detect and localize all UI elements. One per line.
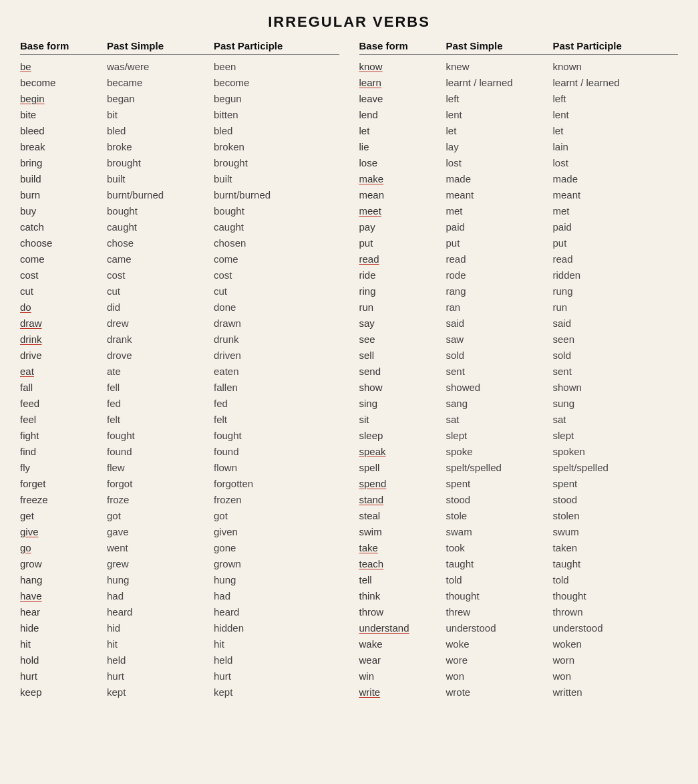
- past-participle: found: [214, 444, 339, 460]
- past-participle: drunk: [214, 332, 339, 348]
- base-form: win: [359, 668, 446, 684]
- past-simple: had: [107, 588, 214, 604]
- past-simple: paid: [446, 219, 553, 235]
- table-row: holdheldheld: [20, 652, 339, 668]
- base-form: think: [359, 588, 446, 604]
- base-form: lie: [359, 139, 446, 155]
- base-form: hold: [20, 652, 107, 668]
- base-form: pay: [359, 219, 446, 235]
- past-participle: come: [214, 251, 339, 267]
- past-simple: rang: [446, 283, 553, 299]
- past-participle: rung: [553, 283, 679, 299]
- past-participle: said: [553, 315, 679, 332]
- base-form: feed: [20, 396, 107, 412]
- table-row: stealstolestolen: [359, 508, 679, 524]
- base-form: ring: [359, 283, 446, 299]
- page-title: IRREGULAR VERBS: [20, 13, 678, 31]
- base-form: bite: [20, 107, 107, 123]
- past-participle: hurt: [214, 668, 339, 684]
- past-participle: been: [214, 59, 339, 75]
- past-participle: swum: [553, 524, 679, 540]
- base-form: ride: [359, 267, 446, 283]
- past-participle: left: [553, 91, 679, 107]
- base-form: run: [359, 299, 446, 315]
- past-participle: learnt / learned: [553, 75, 679, 91]
- past-simple: showed: [446, 380, 553, 396]
- table-row: givegavegiven: [20, 524, 339, 540]
- past-participle: fed: [214, 396, 339, 412]
- table-row: hearheardheard: [20, 604, 339, 620]
- past-simple: got: [107, 508, 214, 524]
- past-simple: came: [107, 251, 214, 267]
- base-form: teach: [359, 556, 446, 572]
- table-row: dodiddone: [20, 299, 339, 315]
- base-form: be: [20, 59, 107, 75]
- past-participle: got: [214, 508, 339, 524]
- past-simple: froze: [107, 492, 214, 508]
- table-row: telltoldtold: [359, 572, 679, 588]
- past-simple: chose: [107, 235, 214, 251]
- table-row: seesawseen: [359, 332, 679, 348]
- table-row: bleedbledbled: [20, 123, 339, 139]
- past-simple: bit: [107, 107, 214, 123]
- base-form: hang: [20, 572, 107, 588]
- base-form: lose: [359, 155, 446, 171]
- base-form: let: [359, 123, 446, 139]
- base-form: read: [359, 251, 446, 267]
- table-row: wearworeworn: [359, 652, 679, 668]
- left-header-participle: Past Participle: [214, 40, 339, 51]
- past-simple: took: [446, 540, 553, 556]
- table-row: bringbroughtbrought: [20, 155, 339, 171]
- table-row: drivedrovedriven: [20, 348, 339, 364]
- table-row: hithithit: [20, 636, 339, 652]
- table-row: understandunderstoodunderstood: [359, 620, 679, 636]
- table-row: learnlearnt / learnedlearnt / learned: [359, 75, 679, 91]
- past-simple: let: [446, 123, 553, 139]
- past-participle: fought: [214, 428, 339, 444]
- past-simple: grew: [107, 556, 214, 572]
- table-row: freezefrozefrozen: [20, 492, 339, 508]
- base-form: begin: [20, 91, 107, 107]
- past-participle: hidden: [214, 620, 339, 636]
- base-form: steal: [359, 508, 446, 524]
- base-form: spell: [359, 460, 446, 476]
- past-simple: heard: [107, 604, 214, 620]
- base-form: cut: [20, 283, 107, 299]
- base-form: show: [359, 380, 446, 396]
- table-row: standstoodstood: [359, 492, 679, 508]
- past-participle: bought: [214, 203, 339, 219]
- table-row: drawdrewdrawn: [20, 315, 339, 332]
- base-form: lend: [359, 107, 446, 123]
- past-simple: built: [107, 171, 214, 187]
- past-simple: left: [446, 91, 553, 107]
- past-participle: chosen: [214, 235, 339, 251]
- table-row: hanghunghung: [20, 572, 339, 588]
- table-row: spellspelt/spelledspelt/spelled: [359, 460, 679, 476]
- table-row: paypaidpaid: [359, 219, 679, 235]
- past-simple: bought: [107, 203, 214, 219]
- table-row: hidehidhidden: [20, 620, 339, 636]
- table-row: sendsentsent: [359, 364, 679, 380]
- table-row: teachtaughttaught: [359, 556, 679, 572]
- right-header-participle: Past Participle: [553, 40, 679, 51]
- base-form: tell: [359, 572, 446, 588]
- base-form: mean: [359, 187, 446, 203]
- past-participle: kept: [214, 684, 339, 700]
- base-form: buy: [20, 203, 107, 219]
- base-form: learn: [359, 75, 446, 91]
- base-form: say: [359, 315, 446, 332]
- past-simple: read: [446, 251, 553, 267]
- table-row: speakspokespoken: [359, 444, 679, 460]
- past-simple: ran: [446, 299, 553, 315]
- past-participle: taken: [553, 540, 679, 556]
- base-form: fall: [20, 380, 107, 396]
- base-form: make: [359, 171, 446, 187]
- past-simple: sold: [446, 348, 553, 364]
- past-participle: seen: [553, 332, 679, 348]
- past-participle: worn: [553, 652, 679, 668]
- base-form: grow: [20, 556, 107, 572]
- table-row: buyboughtbought: [20, 203, 339, 219]
- past-participle: broken: [214, 139, 339, 155]
- past-participle: eaten: [214, 364, 339, 380]
- past-simple: hit: [107, 636, 214, 652]
